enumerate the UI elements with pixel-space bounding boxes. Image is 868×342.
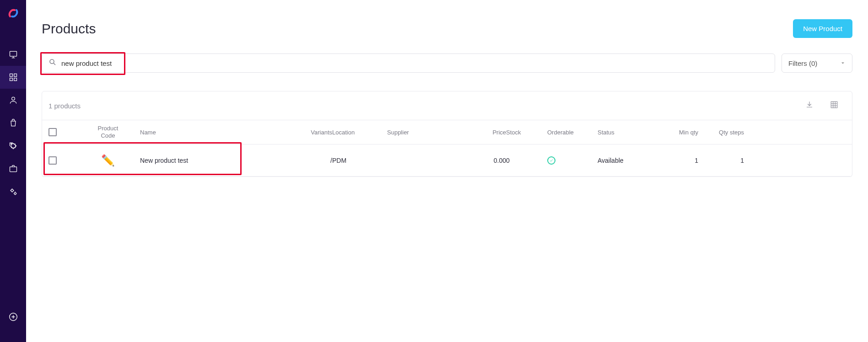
svg-rect-12 bbox=[831, 102, 837, 108]
th-price: Price bbox=[451, 129, 506, 136]
row-product-icon: ✏️ bbox=[76, 154, 140, 167]
check-circle-icon bbox=[547, 156, 555, 165]
th-min-qty: Min qty bbox=[657, 129, 698, 136]
nav-item-tags[interactable] bbox=[0, 134, 26, 157]
th-stock: Stock bbox=[506, 129, 547, 136]
th-orderable: Orderable bbox=[547, 129, 598, 136]
nav-item-dashboard[interactable] bbox=[0, 43, 26, 66]
products-count: 1 products bbox=[49, 102, 81, 110]
row-status: Available bbox=[598, 157, 657, 164]
row-variants: / bbox=[277, 157, 332, 164]
select-all-checkbox[interactable] bbox=[49, 128, 57, 136]
th-status: Status bbox=[598, 129, 657, 136]
main-content: Products New Product Filters (0) 1 produ… bbox=[26, 0, 868, 342]
svg-point-5 bbox=[11, 97, 15, 100]
search-container bbox=[42, 53, 775, 73]
nav-item-settings[interactable] bbox=[0, 180, 26, 203]
svg-rect-2 bbox=[14, 74, 16, 77]
chevron-down-icon bbox=[840, 59, 846, 67]
download-icon[interactable] bbox=[805, 101, 814, 111]
filters-label: Filters (0) bbox=[788, 59, 817, 67]
search-icon bbox=[49, 58, 57, 68]
svg-rect-7 bbox=[10, 167, 16, 172]
th-variants: Variants bbox=[277, 129, 332, 136]
filters-button[interactable]: Filters (0) bbox=[782, 53, 852, 73]
nav-item-orders[interactable] bbox=[0, 112, 26, 134]
row-qty-steps: 1 bbox=[698, 157, 744, 164]
table-row[interactable]: ✏️ New product test / PDM 0.00 0 Availab… bbox=[42, 144, 852, 176]
th-location: Location bbox=[332, 129, 387, 136]
row-stock: 0 bbox=[506, 157, 547, 164]
row-price: 0.00 bbox=[451, 157, 506, 164]
svg-rect-1 bbox=[10, 74, 12, 77]
svg-rect-3 bbox=[10, 78, 12, 81]
page-title: Products bbox=[42, 21, 96, 37]
nav-item-users[interactable] bbox=[0, 89, 26, 112]
th-name: Name bbox=[140, 129, 277, 136]
nav-item-add[interactable] bbox=[0, 305, 26, 328]
search-input[interactable] bbox=[61, 59, 775, 67]
app-logo bbox=[6, 6, 20, 20]
th-supplier: Supplier bbox=[387, 129, 451, 136]
sidebar bbox=[0, 0, 26, 342]
new-product-button[interactable]: New Product bbox=[793, 19, 852, 38]
row-location: PDM bbox=[332, 157, 387, 164]
table-header-row: ProductCode Name Variants Location Suppl… bbox=[42, 120, 852, 144]
products-card: 1 products ProductCode Name Variants Loc… bbox=[42, 91, 852, 177]
nav-item-briefcase[interactable] bbox=[0, 157, 26, 180]
row-orderable bbox=[547, 156, 598, 165]
th-qty-steps: Qty steps bbox=[698, 129, 744, 136]
svg-point-9 bbox=[14, 192, 16, 194]
row-checkbox[interactable] bbox=[49, 156, 57, 165]
grid-view-icon[interactable] bbox=[830, 101, 838, 111]
svg-point-11 bbox=[50, 59, 54, 64]
pencil-icon: ✏️ bbox=[101, 154, 115, 166]
svg-rect-0 bbox=[10, 51, 16, 56]
nav-item-products[interactable] bbox=[0, 66, 26, 89]
th-product-code: ProductCode bbox=[76, 125, 140, 139]
row-name: New product test bbox=[140, 157, 277, 164]
svg-point-8 bbox=[11, 189, 13, 192]
svg-rect-4 bbox=[14, 78, 16, 81]
row-min-qty: 1 bbox=[657, 157, 698, 164]
